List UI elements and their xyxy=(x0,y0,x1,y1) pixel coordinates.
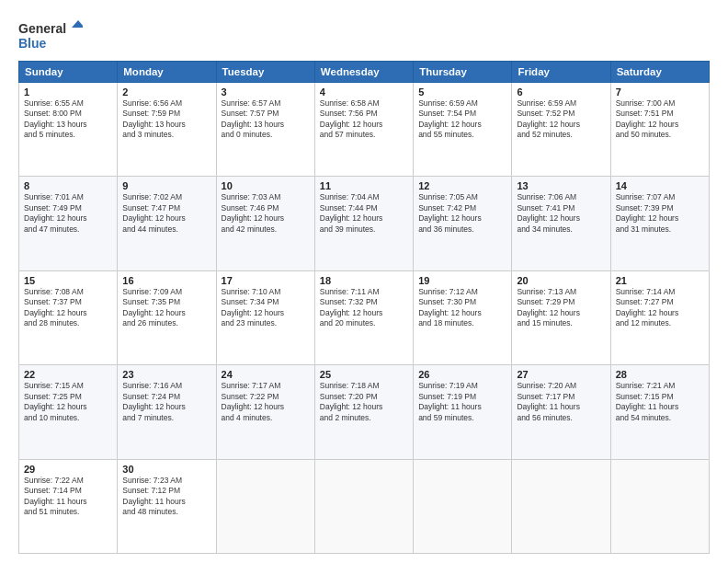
day-cell-27: 27Sunrise: 7:20 AMSunset: 7:17 PMDayligh… xyxy=(512,365,610,459)
day-info: Sunrise: 7:11 AMSunset: 7:32 PMDaylight:… xyxy=(320,287,408,329)
day-number: 16 xyxy=(122,275,210,286)
day-info: Sunrise: 7:10 AMSunset: 7:34 PMDaylight:… xyxy=(222,287,310,329)
day-cell-8: 8Sunrise: 7:01 AMSunset: 7:49 PMDaylight… xyxy=(19,177,118,270)
top-section: General Blue xyxy=(18,17,710,53)
svg-marker-2 xyxy=(72,20,83,28)
day-info: Sunrise: 7:03 AMSunset: 7:46 PMDaylight:… xyxy=(222,192,310,235)
day-info: Sunrise: 6:56 AMSunset: 7:59 PMDaylight:… xyxy=(122,98,210,141)
empty-cell xyxy=(610,459,709,553)
day-number: 21 xyxy=(616,275,704,286)
day-info: Sunrise: 6:59 AMSunset: 7:54 PMDaylight:… xyxy=(418,98,506,141)
header-sunday: Sunday xyxy=(19,62,118,83)
day-number: 4 xyxy=(320,86,408,98)
day-cell-5: 5Sunrise: 6:59 AMSunset: 7:54 PMDaylight… xyxy=(414,83,512,177)
day-cell-18: 18Sunrise: 7:11 AMSunset: 7:32 PMDayligh… xyxy=(314,270,413,364)
empty-cell xyxy=(216,459,314,553)
svg-text:General: General xyxy=(18,21,66,36)
logo: General Blue xyxy=(18,17,83,53)
day-info: Sunrise: 6:55 AMSunset: 8:00 PMDaylight:… xyxy=(24,98,112,141)
day-cell-11: 11Sunrise: 7:04 AMSunset: 7:44 PMDayligh… xyxy=(314,177,413,270)
day-number: 6 xyxy=(517,86,605,98)
week-row-1: 1Sunrise: 6:55 AMSunset: 8:00 PMDaylight… xyxy=(19,83,710,177)
day-cell-6: 6Sunrise: 6:59 AMSunset: 7:52 PMDaylight… xyxy=(512,83,610,177)
day-number: 27 xyxy=(517,369,605,380)
header-wednesday: Wednesday xyxy=(314,62,413,83)
day-number: 1 xyxy=(24,86,112,98)
day-number: 9 xyxy=(122,180,210,191)
day-number: 5 xyxy=(418,86,506,98)
day-info: Sunrise: 6:57 AMSunset: 7:57 PMDaylight:… xyxy=(222,98,310,141)
day-number: 12 xyxy=(418,180,506,191)
calendar-header-row: SundayMondayTuesdayWednesdayThursdayFrid… xyxy=(19,62,710,83)
day-info: Sunrise: 7:21 AMSunset: 7:15 PMDaylight:… xyxy=(616,381,704,423)
day-cell-9: 9Sunrise: 7:02 AMSunset: 7:47 PMDaylight… xyxy=(118,177,216,270)
day-number: 19 xyxy=(418,275,506,286)
day-cell-29: 29Sunrise: 7:22 AMSunset: 7:14 PMDayligh… xyxy=(19,459,118,553)
day-info: Sunrise: 7:19 AMSunset: 7:19 PMDaylight:… xyxy=(418,381,506,423)
day-cell-23: 23Sunrise: 7:16 AMSunset: 7:24 PMDayligh… xyxy=(118,365,216,459)
week-row-3: 15Sunrise: 7:08 AMSunset: 7:37 PMDayligh… xyxy=(19,270,710,364)
day-info: Sunrise: 7:09 AMSunset: 7:35 PMDaylight:… xyxy=(122,287,210,329)
day-cell-10: 10Sunrise: 7:03 AMSunset: 7:46 PMDayligh… xyxy=(216,177,314,270)
day-cell-3: 3Sunrise: 6:57 AMSunset: 7:57 PMDaylight… xyxy=(216,83,314,177)
day-info: Sunrise: 7:17 AMSunset: 7:22 PMDaylight:… xyxy=(222,381,310,423)
day-cell-21: 21Sunrise: 7:14 AMSunset: 7:27 PMDayligh… xyxy=(610,270,709,364)
day-number: 11 xyxy=(320,180,408,191)
empty-cell xyxy=(314,459,413,553)
day-info: Sunrise: 6:59 AMSunset: 7:52 PMDaylight:… xyxy=(517,98,605,141)
day-info: Sunrise: 7:00 AMSunset: 7:51 PMDaylight:… xyxy=(616,98,704,141)
day-cell-24: 24Sunrise: 7:17 AMSunset: 7:22 PMDayligh… xyxy=(216,365,314,459)
day-cell-16: 16Sunrise: 7:09 AMSunset: 7:35 PMDayligh… xyxy=(118,270,216,364)
day-cell-30: 30Sunrise: 7:23 AMSunset: 7:12 PMDayligh… xyxy=(118,459,216,553)
day-cell-7: 7Sunrise: 7:00 AMSunset: 7:51 PMDaylight… xyxy=(610,83,709,177)
day-number: 10 xyxy=(222,180,310,191)
day-number: 8 xyxy=(24,180,112,191)
day-info: Sunrise: 7:01 AMSunset: 7:49 PMDaylight:… xyxy=(24,192,112,235)
day-number: 30 xyxy=(122,464,210,475)
day-cell-19: 19Sunrise: 7:12 AMSunset: 7:30 PMDayligh… xyxy=(414,270,512,364)
day-number: 28 xyxy=(616,369,704,380)
day-cell-14: 14Sunrise: 7:07 AMSunset: 7:39 PMDayligh… xyxy=(610,177,709,270)
day-cell-17: 17Sunrise: 7:10 AMSunset: 7:34 PMDayligh… xyxy=(216,270,314,364)
header-monday: Monday xyxy=(118,62,216,83)
empty-cell xyxy=(512,459,610,553)
day-info: Sunrise: 7:06 AMSunset: 7:41 PMDaylight:… xyxy=(517,192,605,235)
day-cell-4: 4Sunrise: 6:58 AMSunset: 7:56 PMDaylight… xyxy=(314,83,413,177)
day-number: 7 xyxy=(616,86,704,98)
day-info: Sunrise: 7:20 AMSunset: 7:17 PMDaylight:… xyxy=(517,381,605,423)
day-number: 14 xyxy=(616,180,704,191)
day-cell-2: 2Sunrise: 6:56 AMSunset: 7:59 PMDaylight… xyxy=(118,83,216,177)
day-cell-28: 28Sunrise: 7:21 AMSunset: 7:15 PMDayligh… xyxy=(610,365,709,459)
day-number: 29 xyxy=(24,464,112,475)
day-info: Sunrise: 7:13 AMSunset: 7:29 PMDaylight:… xyxy=(517,287,605,329)
day-number: 17 xyxy=(222,275,310,286)
day-info: Sunrise: 7:18 AMSunset: 7:20 PMDaylight:… xyxy=(320,381,408,423)
day-info: Sunrise: 7:14 AMSunset: 7:27 PMDaylight:… xyxy=(616,287,704,329)
week-row-2: 8Sunrise: 7:01 AMSunset: 7:49 PMDaylight… xyxy=(19,177,710,270)
header-tuesday: Tuesday xyxy=(216,62,314,83)
day-info: Sunrise: 7:05 AMSunset: 7:42 PMDaylight:… xyxy=(418,192,506,235)
empty-cell xyxy=(414,459,512,553)
day-cell-25: 25Sunrise: 7:18 AMSunset: 7:20 PMDayligh… xyxy=(314,365,413,459)
day-info: Sunrise: 7:22 AMSunset: 7:14 PMDaylight:… xyxy=(24,476,112,518)
day-info: Sunrise: 7:16 AMSunset: 7:24 PMDaylight:… xyxy=(122,381,210,423)
day-cell-1: 1Sunrise: 6:55 AMSunset: 8:00 PMDaylight… xyxy=(19,83,118,177)
day-number: 18 xyxy=(320,275,408,286)
day-info: Sunrise: 6:58 AMSunset: 7:56 PMDaylight:… xyxy=(320,98,408,141)
week-row-5: 29Sunrise: 7:22 AMSunset: 7:14 PMDayligh… xyxy=(19,459,710,553)
day-cell-22: 22Sunrise: 7:15 AMSunset: 7:25 PMDayligh… xyxy=(19,365,118,459)
day-number: 3 xyxy=(222,86,310,98)
day-number: 2 xyxy=(122,86,210,98)
day-cell-15: 15Sunrise: 7:08 AMSunset: 7:37 PMDayligh… xyxy=(19,270,118,364)
logo-svg: General Blue xyxy=(18,17,83,53)
day-info: Sunrise: 7:23 AMSunset: 7:12 PMDaylight:… xyxy=(122,476,210,518)
svg-text:Blue: Blue xyxy=(18,36,47,51)
day-info: Sunrise: 7:07 AMSunset: 7:39 PMDaylight:… xyxy=(616,192,704,235)
day-number: 22 xyxy=(24,369,112,380)
header-saturday: Saturday xyxy=(610,62,709,83)
day-number: 24 xyxy=(222,369,310,380)
day-info: Sunrise: 7:08 AMSunset: 7:37 PMDaylight:… xyxy=(24,287,112,329)
day-cell-26: 26Sunrise: 7:19 AMSunset: 7:19 PMDayligh… xyxy=(414,365,512,459)
day-info: Sunrise: 7:12 AMSunset: 7:30 PMDaylight:… xyxy=(418,287,506,329)
day-cell-12: 12Sunrise: 7:05 AMSunset: 7:42 PMDayligh… xyxy=(414,177,512,270)
